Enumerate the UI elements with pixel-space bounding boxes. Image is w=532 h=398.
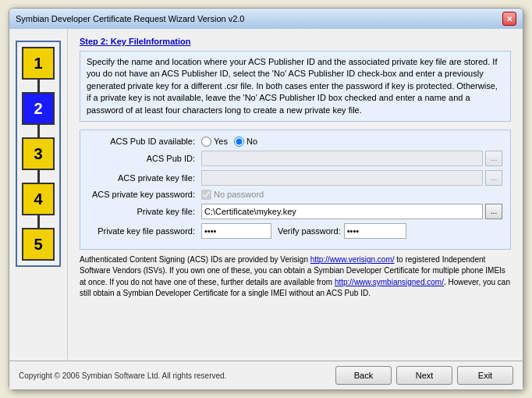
- acs-pub-id-available-row: ACS Pub ID available: Yes No: [88, 137, 502, 147]
- window-title: Symbian Developer Certificate Request Wi…: [16, 14, 244, 23]
- private-key-file-browse-button[interactable]: ...: [485, 204, 502, 219]
- form-section: ACS Pub ID available: Yes No A: [80, 130, 511, 250]
- step-5-box[interactable]: 5: [22, 228, 55, 261]
- acs-pub-id-available-label: ACS Pub ID available:: [88, 137, 201, 146]
- acs-pub-id-browse-button[interactable]: ...: [485, 151, 502, 166]
- step-header: Step 2: Key FileInformation: [80, 37, 511, 46]
- footer-buttons: Back Next Exit: [335, 366, 513, 385]
- exit-button[interactable]: Exit: [457, 366, 513, 385]
- connector-4-5: [37, 215, 40, 228]
- acs-private-key-password-label: ACS private key password:: [88, 190, 201, 199]
- private-key-password-row: Private key file password: Verify passwo…: [88, 223, 502, 239]
- radio-yes[interactable]: [201, 137, 211, 147]
- main-content: Step 2: Key FileInformation Specify the …: [68, 29, 523, 361]
- content-area: 1 2 3 4 5 Step: [9, 29, 523, 361]
- info-text-1: Authenticated Content Signing (ACS) IDs …: [80, 255, 310, 264]
- acs-private-key-label: ACS private key file:: [88, 173, 201, 183]
- step-4-box[interactable]: 4: [22, 183, 55, 215]
- no-password-checkbox-group: No password: [201, 190, 264, 200]
- step-4-item: 4: [22, 183, 55, 215]
- radio-no-label[interactable]: No: [234, 137, 257, 147]
- close-button[interactable]: ✕: [502, 12, 516, 26]
- acs-private-key-browse-button[interactable]: ...: [485, 170, 502, 186]
- info-text-block: Authenticated Content Signing (ACS) IDs …: [80, 254, 511, 300]
- radio-yes-text: Yes: [214, 137, 228, 146]
- footer: Copyright © 2006 Symbian Software Ltd. A…: [9, 361, 523, 389]
- verify-password-input[interactable]: [344, 223, 406, 239]
- private-key-password-input[interactable]: [201, 223, 271, 239]
- step-3-box[interactable]: 3: [22, 137, 55, 170]
- private-key-password-label: Private key file password:: [88, 226, 201, 236]
- steps-container: 1 2 3 4 5: [16, 41, 61, 267]
- radio-no[interactable]: [234, 137, 244, 147]
- acs-private-key-input[interactable]: [201, 170, 483, 186]
- step-2-box[interactable]: 2: [22, 92, 55, 125]
- connector-1-2: [37, 80, 40, 92]
- private-key-file-row: Private key file: ...: [88, 204, 502, 219]
- acs-pub-id-row: ACS Pub ID: ...: [88, 151, 502, 166]
- acs-pub-id-field-label: ACS Pub ID:: [88, 154, 201, 163]
- copyright-text: Copyright © 2006 Symbian Software Ltd. A…: [19, 371, 226, 380]
- no-password-label: No password: [214, 190, 264, 199]
- step-5-item: 5: [22, 228, 55, 261]
- acs-private-key-password-row: ACS private key password: No password: [88, 190, 502, 200]
- back-button[interactable]: Back: [335, 366, 392, 385]
- verify-password-label: Verify password:: [278, 226, 341, 236]
- connector-2-3: [37, 125, 40, 137]
- step-2-item: 2: [22, 92, 55, 125]
- symbiansigned-link[interactable]: http://www.symbiansigned.com/: [335, 278, 444, 286]
- verisign-link[interactable]: http://www.verisign.com/: [310, 255, 395, 264]
- connector-3-4: [37, 170, 40, 183]
- step-3-item: 3: [22, 137, 55, 170]
- title-bar: Symbian Developer Certificate Request Wi…: [9, 9, 523, 29]
- private-key-file-input[interactable]: [201, 204, 483, 219]
- verify-password-group: Verify password:: [278, 223, 406, 239]
- radio-yes-label[interactable]: Yes: [201, 137, 228, 147]
- step-1-item: 1: [22, 47, 55, 80]
- next-button[interactable]: Next: [396, 366, 452, 385]
- radio-no-text: No: [246, 137, 257, 146]
- step-1-box[interactable]: 1: [22, 47, 55, 80]
- description-text: Specify the name and location where your…: [80, 51, 511, 122]
- no-password-checkbox: [201, 190, 211, 200]
- acs-pub-id-input[interactable]: [201, 151, 483, 166]
- private-key-file-label: Private key file:: [88, 207, 201, 216]
- sidebar: 1 2 3 4 5: [9, 29, 68, 361]
- acs-private-key-row: ACS private key file: ...: [88, 170, 502, 186]
- radio-group: Yes No: [201, 137, 257, 147]
- main-window: Symbian Developer Certificate Request Wi…: [9, 8, 523, 390]
